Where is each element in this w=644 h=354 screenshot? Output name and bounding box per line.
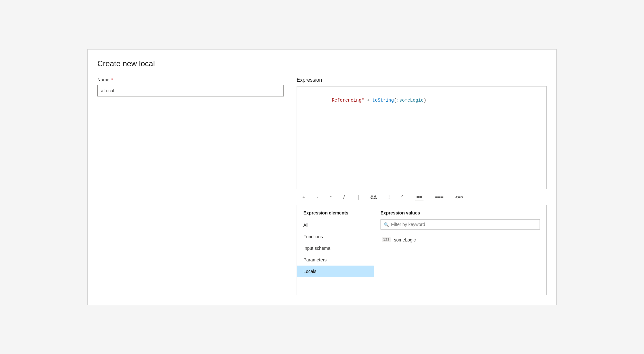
element-input-schema[interactable]: Input schema [297, 242, 374, 254]
op-eq-button[interactable]: == [409, 192, 429, 202]
filter-input-wrap: 🔍 [380, 219, 540, 230]
expr-open-paren: ( [394, 98, 397, 103]
expression-code: "Referencing" + toString(:someLogic) [302, 90, 541, 111]
op-caret-button[interactable]: ^ [396, 192, 409, 202]
expression-section-label: Expression [297, 77, 547, 83]
element-all[interactable]: All [297, 219, 374, 231]
op-strict-eq-button[interactable]: === [429, 192, 449, 202]
name-label: Name * [97, 77, 284, 82]
expression-editor[interactable]: "Referencing" + toString(:someLogic) [297, 86, 547, 189]
expr-function-name: toString [372, 98, 394, 103]
element-parameters[interactable]: Parameters [297, 254, 374, 266]
expr-param: :someLogic [397, 98, 424, 103]
op-minus-button[interactable]: - [311, 192, 324, 202]
op-spaceship-button[interactable]: <=> [449, 192, 469, 202]
op-and-button[interactable]: && [365, 192, 383, 202]
right-panel: Expression "Referencing" + toString(:som… [297, 77, 547, 295]
left-panel: Name * [97, 77, 284, 295]
expression-elements-title: Expression elements [297, 210, 374, 219]
dialog-title: Create new local [97, 59, 547, 68]
op-or-button[interactable]: || [351, 192, 365, 202]
create-local-dialog: Create new local Name * Expression "Refe… [87, 49, 557, 305]
bottom-section: Expression elements All Functions Input … [297, 205, 547, 295]
expr-close-paren: ) [424, 98, 426, 103]
search-icon: 🔍 [384, 222, 389, 227]
operator-bar: + - * / || && ! ^ == === <=> [297, 189, 547, 205]
value-type-badge: 123 [382, 237, 391, 242]
value-item-someLogic[interactable]: 123 someLogic [380, 235, 540, 245]
op-divide-button[interactable]: / [338, 192, 351, 202]
value-name: someLogic [394, 237, 416, 242]
op-multiply-button[interactable]: * [324, 192, 338, 202]
name-input[interactable] [97, 85, 284, 96]
op-plus-button[interactable]: + [297, 192, 311, 202]
expression-values-panel: Expression values 🔍 123 someLogic [374, 205, 546, 295]
op-not-button[interactable]: ! [383, 192, 396, 202]
expression-values-title: Expression values [380, 210, 540, 215]
element-functions[interactable]: Functions [297, 231, 374, 242]
expr-string-part: "Referencing" [329, 98, 364, 103]
element-locals[interactable]: Locals [297, 266, 374, 277]
expr-plus-op: + [364, 98, 372, 103]
main-layout: Name * Expression "Referencing" + toStri… [97, 77, 547, 295]
filter-input[interactable] [380, 219, 540, 230]
expression-elements-panel: Expression elements All Functions Input … [297, 205, 374, 295]
required-indicator: * [110, 77, 113, 82]
